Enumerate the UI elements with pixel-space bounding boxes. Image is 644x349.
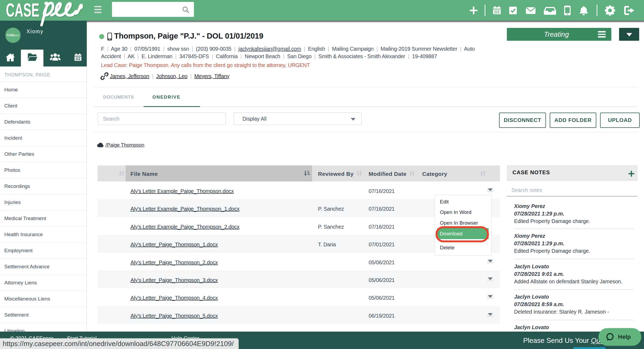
svg-text:CASE: CASE (6, 1, 39, 21)
